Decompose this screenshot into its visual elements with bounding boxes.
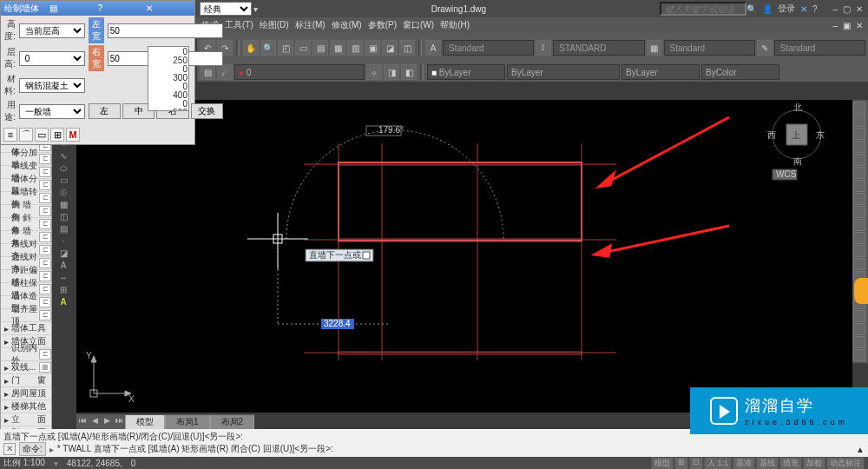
mode-snap[interactable]: ⊡ — [689, 457, 703, 470]
rtool-7-icon[interactable] — [853, 180, 865, 192]
layer-props-icon[interactable]: ▤ — [200, 64, 215, 80]
text-style-icon[interactable]: A — [425, 40, 441, 56]
menu-dim[interactable]: 标注(M) — [293, 19, 327, 31]
sel-floor[interactable]: 0 — [19, 51, 85, 66]
width-list[interactable]: 0250 0300 0400 0500 — [148, 46, 189, 111]
textstyle-select[interactable]: Standard — [443, 40, 534, 56]
wall-close-icon[interactable]: ✕ — [146, 3, 191, 13]
search-input[interactable] — [660, 2, 746, 16]
theme-select[interactable]: 经典 — [200, 2, 252, 16]
pan-icon[interactable]: ✋ — [243, 40, 259, 56]
rtool-20-icon[interactable] — [853, 349, 865, 361]
login-label[interactable]: 登录 — [778, 3, 795, 15]
cmd-prompt[interactable]: * TWALL 直墙下一点或 [弧墙(A) 矩形画墙(R) 闭合(C) 回退(U… — [57, 443, 852, 455]
tab-last-icon[interactable]: ⏭ — [113, 416, 125, 428]
dimstyle-select[interactable]: STANDARD — [553, 40, 644, 56]
calc-icon[interactable]: ▥ — [347, 40, 363, 56]
hatch-tool-icon[interactable]: ▦ — [54, 199, 73, 210]
dim-style-icon[interactable]: ⟟ — [536, 40, 551, 56]
layer-icon[interactable]: ◪ — [382, 40, 398, 56]
rtool-10-icon[interactable] — [853, 219, 865, 231]
mtext-tool-icon[interactable]: A — [54, 296, 73, 307]
wall-mode-3-icon[interactable]: ▭ — [35, 128, 49, 142]
tab-next-icon[interactable]: ▶ — [101, 416, 113, 428]
wall-mode-2-icon[interactable]: ⌒ — [19, 128, 33, 142]
login-icon[interactable]: 👤 — [762, 4, 773, 14]
search-icon[interactable]: 🔍 — [746, 4, 757, 14]
sel-material[interactable]: 钢筋混凝土 — [19, 78, 85, 93]
layer-match-icon[interactable]: ☄ — [217, 64, 233, 80]
text-tool-icon[interactable]: A — [54, 260, 73, 271]
layer-iso-icon[interactable]: ◨ — [384, 64, 399, 80]
menu-help[interactable]: 帮助(H) — [438, 19, 471, 31]
minimize-icon[interactable]: – — [832, 4, 838, 14]
mode-anno[interactable]: 人 1:1 — [704, 457, 732, 470]
layer-state-icon[interactable]: ⟐ — [366, 64, 382, 80]
sheet-icon[interactable]: ▦ — [330, 40, 345, 56]
in-leftw[interactable] — [108, 23, 223, 38]
spline-tool-icon[interactable]: ∿ — [54, 150, 73, 162]
layer-select[interactable]: ● 0 — [234, 64, 365, 80]
zoom-icon[interactable]: 🔍 — [260, 40, 276, 56]
mode-base[interactable]: 基准 — [733, 457, 755, 470]
region-tool-icon[interactable]: ◫ — [54, 211, 73, 222]
clipboard-icon[interactable]: ▣ — [365, 40, 380, 56]
lineweight-select[interactable]: ByLayer — [621, 64, 700, 80]
rtool-9-icon[interactable] — [853, 206, 865, 218]
mode-model[interactable]: 模型 — [651, 457, 674, 470]
wall-mode-1-icon[interactable]: ≡ — [3, 128, 17, 142]
rtool-8-icon[interactable] — [853, 193, 865, 205]
status-scale[interactable]: 比例 1:100 — [3, 457, 45, 469]
cmd-up-icon[interactable]: ▲ — [856, 445, 865, 454]
table-style-icon[interactable]: ▦ — [647, 40, 662, 56]
point-tool-icon[interactable]: · — [54, 235, 73, 247]
mode-baseline[interactable]: 基线 — [756, 457, 779, 470]
rtool-5-icon[interactable] — [853, 154, 865, 166]
rtool-13-icon[interactable] — [853, 258, 865, 270]
tab-first-icon[interactable]: ⏮ — [76, 416, 89, 428]
menu-window[interactable]: 窗口(W) — [401, 19, 436, 31]
menu-modify[interactable]: 修改(M) — [330, 19, 364, 31]
table-tool-icon[interactable]: ▤ — [54, 223, 73, 234]
mode-dyn[interactable]: 动态标注 — [826, 457, 865, 470]
plotstyle-select[interactable]: ByColor — [701, 64, 779, 80]
close-icon[interactable]: ✕ — [856, 4, 863, 14]
rtool-12-icon[interactable] — [853, 245, 865, 257]
rtool-3-icon[interactable] — [853, 128, 865, 140]
block-icon[interactable]: ◫ — [399, 40, 415, 56]
mleaderstyle-select[interactable]: Standard — [774, 40, 865, 56]
wall-mode-m-icon[interactable]: M — [66, 128, 80, 142]
linetype-select[interactable]: ByLayer — [507, 64, 620, 80]
wnd-min-icon[interactable]: – — [831, 21, 839, 30]
rtool-18-icon[interactable] — [853, 323, 865, 335]
wall-pin-icon[interactable]: ▤ — [49, 3, 95, 13]
layer-uniso-icon[interactable]: ◧ — [401, 64, 417, 80]
dim-tool-icon[interactable]: ↔ — [54, 272, 73, 283]
wall-mode-4-icon[interactable]: ⊞ — [50, 128, 64, 142]
ellipse-tool-icon[interactable]: ⬭ — [54, 162, 73, 174]
tablestyle-select[interactable]: Standard — [664, 40, 755, 56]
tab-model[interactable]: 模型 — [125, 415, 165, 429]
sel-usage[interactable]: 一般墙 — [19, 104, 85, 119]
rtool-19-icon[interactable] — [853, 336, 865, 348]
maximize-icon[interactable]: ▢ — [843, 4, 851, 14]
drawing-canvas[interactable]: 179.6° 直墙下一点或 3228.4 Y X 北 西 东 南 — [76, 100, 852, 413]
rtool-17-icon[interactable] — [853, 310, 865, 322]
rect-tool-icon[interactable]: ▭ — [54, 175, 73, 186]
menu-tools[interactable]: 工具(T) — [223, 19, 255, 31]
color-select[interactable]: ■ ByLayer — [427, 64, 505, 80]
menu-draw[interactable]: 绘图(D) — [258, 19, 291, 31]
btn-left[interactable]: 左 — [89, 103, 121, 119]
props-icon[interactable]: ▤ — [312, 40, 328, 56]
sel-height[interactable]: 当前层高 — [19, 23, 85, 38]
mode-grid[interactable]: ⊞ — [674, 457, 688, 470]
rtool-11-icon[interactable] — [853, 232, 865, 244]
block-tool-icon[interactable]: ◪ — [54, 248, 73, 259]
polyline-tool-icon[interactable]: ⦾ — [54, 187, 73, 198]
mode-bold[interactable]: 加粗 — [803, 457, 825, 470]
mleader-icon[interactable]: ✎ — [757, 40, 773, 56]
exchange-icon[interactable]: ✕ — [800, 4, 807, 14]
btn-swap[interactable]: 交换 — [191, 103, 223, 119]
wnd-restore-icon[interactable]: ▣ — [841, 21, 852, 30]
mode-fill[interactable]: 填充 — [779, 457, 802, 470]
